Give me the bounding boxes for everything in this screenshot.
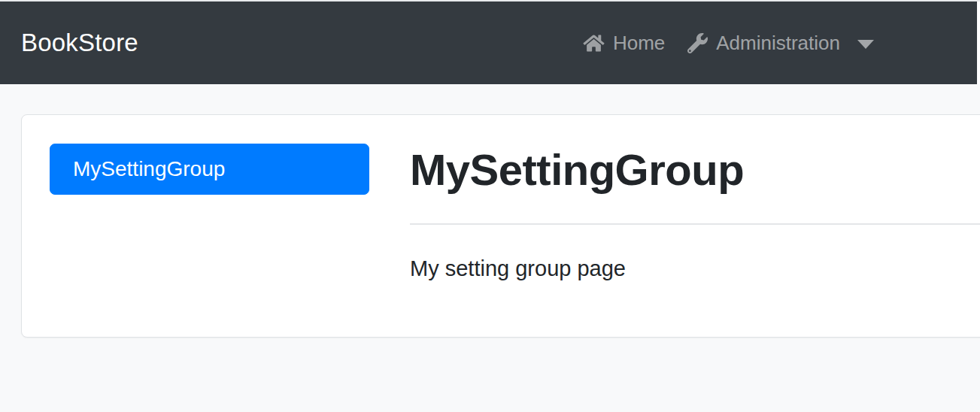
brand-link[interactable]: BookStore <box>21 29 138 57</box>
scrollbar[interactable] <box>977 2 980 84</box>
caret-down-icon <box>857 40 874 49</box>
wrench-icon <box>687 33 708 53</box>
nav-item-home[interactable]: Home <box>583 32 665 55</box>
nav-item-administration-label: Administration <box>716 32 840 55</box>
nav-item-administration[interactable]: Administration <box>687 32 874 55</box>
nav-item-home-label: Home <box>613 32 665 55</box>
navbar-menu: Home Administration <box>583 32 874 55</box>
setting-group-body-text: My setting group page <box>410 256 980 281</box>
setting-group-list: MySettingGroup <box>50 144 369 337</box>
setting-group-item-mysettinggroup[interactable]: MySettingGroup <box>50 144 369 195</box>
setting-group-content: MySettingGroup My setting group page <box>410 144 980 337</box>
settings-card: MySettingGroup MySettingGroup My setting… <box>21 114 980 338</box>
navbar: BookStore Home Administration <box>0 2 977 84</box>
home-icon <box>583 34 605 53</box>
page-title: MySettingGroup <box>410 144 980 196</box>
divider <box>410 223 980 225</box>
